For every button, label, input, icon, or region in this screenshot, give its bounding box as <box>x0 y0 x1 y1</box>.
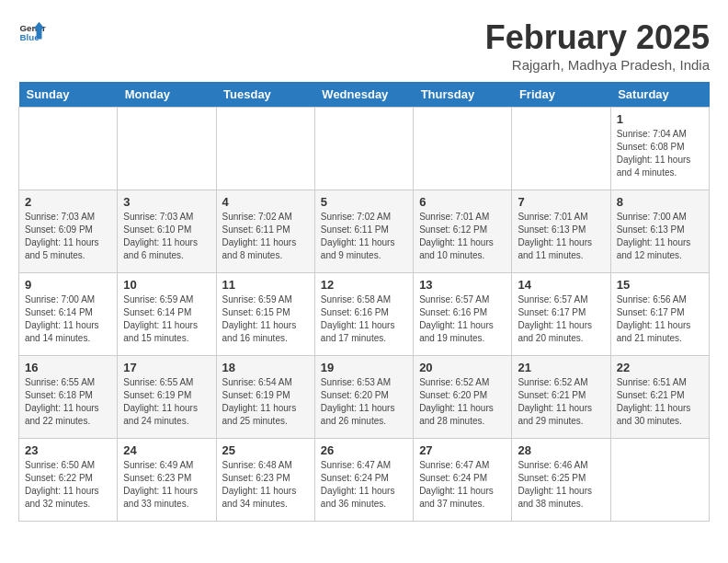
day-info: Sunrise: 6:55 AM Sunset: 6:18 PM Dayligh… <box>25 376 111 428</box>
day-info: Sunrise: 6:59 AM Sunset: 6:14 PM Dayligh… <box>123 293 210 345</box>
calendar-cell <box>512 108 610 190</box>
day-info: Sunrise: 6:54 AM Sunset: 6:19 PM Dayligh… <box>222 376 309 428</box>
day-number: 4 <box>222 195 309 209</box>
day-header-saturday: Saturday <box>610 82 709 108</box>
day-number: 14 <box>518 278 604 292</box>
day-header-thursday: Thursday <box>414 82 512 108</box>
day-number: 15 <box>617 278 703 292</box>
day-number: 17 <box>123 361 210 374</box>
day-info: Sunrise: 6:52 AM Sunset: 6:20 PM Dayligh… <box>419 376 506 428</box>
day-info: Sunrise: 7:01 AM Sunset: 6:12 PM Dayligh… <box>419 211 506 262</box>
calendar-cell: 25Sunrise: 6:48 AM Sunset: 6:23 PM Dayli… <box>216 439 314 522</box>
day-info: Sunrise: 7:00 AM Sunset: 6:13 PM Dayligh… <box>617 211 703 262</box>
day-number: 25 <box>222 443 309 457</box>
calendar-cell <box>216 108 314 190</box>
calendar-cell: 8Sunrise: 7:00 AM Sunset: 6:13 PM Daylig… <box>610 190 709 273</box>
day-info: Sunrise: 7:03 AM Sunset: 6:10 PM Dayligh… <box>123 211 210 262</box>
calendar-table: SundayMondayTuesdayWednesdayThursdayFrid… <box>18 82 710 522</box>
day-number: 18 <box>222 361 309 374</box>
day-info: Sunrise: 7:01 AM Sunset: 6:13 PM Dayligh… <box>518 211 604 262</box>
day-number: 13 <box>419 278 506 292</box>
day-number: 19 <box>321 361 407 374</box>
month-title: February 2025 <box>485 18 710 57</box>
day-number: 5 <box>321 195 407 209</box>
day-info: Sunrise: 7:03 AM Sunset: 6:09 PM Dayligh… <box>25 211 111 262</box>
calendar-cell: 4Sunrise: 7:02 AM Sunset: 6:11 PM Daylig… <box>216 190 314 273</box>
calendar-cell: 22Sunrise: 6:51 AM Sunset: 6:21 PM Dayli… <box>610 356 709 439</box>
day-info: Sunrise: 6:59 AM Sunset: 6:15 PM Dayligh… <box>222 293 309 345</box>
calendar-cell: 6Sunrise: 7:01 AM Sunset: 6:12 PM Daylig… <box>414 190 512 273</box>
day-info: Sunrise: 6:49 AM Sunset: 6:23 PM Dayligh… <box>123 459 210 511</box>
day-number: 9 <box>25 278 111 292</box>
day-info: Sunrise: 6:55 AM Sunset: 6:19 PM Dayligh… <box>123 376 210 428</box>
day-number: 7 <box>518 195 604 209</box>
calendar-cell: 21Sunrise: 6:52 AM Sunset: 6:21 PM Dayli… <box>512 356 610 439</box>
day-header-monday: Monday <box>118 82 216 108</box>
calendar-cell <box>19 108 118 190</box>
day-info: Sunrise: 6:56 AM Sunset: 6:17 PM Dayligh… <box>617 293 703 345</box>
day-info: Sunrise: 6:50 AM Sunset: 6:22 PM Dayligh… <box>25 459 111 511</box>
day-number: 16 <box>25 361 111 374</box>
day-info: Sunrise: 6:47 AM Sunset: 6:24 PM Dayligh… <box>419 459 506 511</box>
week-row-2: 9Sunrise: 7:00 AM Sunset: 6:14 PM Daylig… <box>19 273 710 356</box>
day-number: 10 <box>123 278 210 292</box>
day-number: 8 <box>617 195 703 209</box>
day-info: Sunrise: 6:51 AM Sunset: 6:21 PM Dayligh… <box>617 376 703 428</box>
day-info: Sunrise: 6:48 AM Sunset: 6:23 PM Dayligh… <box>222 459 309 511</box>
day-info: Sunrise: 6:53 AM Sunset: 6:20 PM Dayligh… <box>321 376 407 428</box>
calendar-cell: 20Sunrise: 6:52 AM Sunset: 6:20 PM Dayli… <box>414 356 512 439</box>
header-row: SundayMondayTuesdayWednesdayThursdayFrid… <box>19 82 710 108</box>
header: General Blue February 2025 Rajgarh, Madh… <box>18 18 710 73</box>
calendar-cell: 14Sunrise: 6:57 AM Sunset: 6:17 PM Dayli… <box>512 273 610 356</box>
day-number: 6 <box>419 195 506 209</box>
calendar-cell: 2Sunrise: 7:03 AM Sunset: 6:09 PM Daylig… <box>19 190 118 273</box>
day-number: 23 <box>25 443 111 457</box>
calendar-cell: 26Sunrise: 6:47 AM Sunset: 6:24 PM Dayli… <box>314 439 413 522</box>
calendar-cell: 24Sunrise: 6:49 AM Sunset: 6:23 PM Dayli… <box>118 439 216 522</box>
calendar-cell <box>414 108 512 190</box>
calendar-cell <box>610 439 709 522</box>
day-info: Sunrise: 7:04 AM Sunset: 6:08 PM Dayligh… <box>617 128 703 179</box>
day-info: Sunrise: 7:02 AM Sunset: 6:11 PM Dayligh… <box>222 211 309 262</box>
calendar-cell <box>118 108 216 190</box>
week-row-0: 1Sunrise: 7:04 AM Sunset: 6:08 PM Daylig… <box>19 108 710 190</box>
calendar-cell: 27Sunrise: 6:47 AM Sunset: 6:24 PM Dayli… <box>414 439 512 522</box>
day-info: Sunrise: 7:00 AM Sunset: 6:14 PM Dayligh… <box>25 293 111 345</box>
calendar-cell: 7Sunrise: 7:01 AM Sunset: 6:13 PM Daylig… <box>512 190 610 273</box>
calendar-cell: 23Sunrise: 6:50 AM Sunset: 6:22 PM Dayli… <box>19 439 118 522</box>
day-info: Sunrise: 6:57 AM Sunset: 6:17 PM Dayligh… <box>518 293 604 345</box>
day-header-sunday: Sunday <box>19 82 118 108</box>
day-info: Sunrise: 6:52 AM Sunset: 6:21 PM Dayligh… <box>518 376 604 428</box>
day-number: 24 <box>123 443 210 457</box>
calendar-cell: 28Sunrise: 6:46 AM Sunset: 6:25 PM Dayli… <box>512 439 610 522</box>
calendar-cell: 16Sunrise: 6:55 AM Sunset: 6:18 PM Dayli… <box>19 356 118 439</box>
day-number: 11 <box>222 278 309 292</box>
calendar-cell: 1Sunrise: 7:04 AM Sunset: 6:08 PM Daylig… <box>610 108 709 190</box>
calendar-cell: 10Sunrise: 6:59 AM Sunset: 6:14 PM Dayli… <box>118 273 216 356</box>
day-number: 2 <box>25 195 111 209</box>
day-number: 27 <box>419 443 506 457</box>
week-row-4: 23Sunrise: 6:50 AM Sunset: 6:22 PM Dayli… <box>19 439 710 522</box>
calendar-cell: 9Sunrise: 7:00 AM Sunset: 6:14 PM Daylig… <box>19 273 118 356</box>
day-number: 28 <box>518 443 604 457</box>
day-number: 20 <box>419 361 506 374</box>
day-number: 1 <box>617 112 703 126</box>
calendar-cell: 19Sunrise: 6:53 AM Sunset: 6:20 PM Dayli… <box>314 356 413 439</box>
calendar-cell: 17Sunrise: 6:55 AM Sunset: 6:19 PM Dayli… <box>118 356 216 439</box>
title-area: February 2025 Rajgarh, Madhya Pradesh, I… <box>485 18 710 73</box>
logo-icon: General Blue <box>18 18 46 46</box>
day-number: 3 <box>123 195 210 209</box>
calendar-cell: 15Sunrise: 6:56 AM Sunset: 6:17 PM Dayli… <box>610 273 709 356</box>
day-info: Sunrise: 6:58 AM Sunset: 6:16 PM Dayligh… <box>321 293 407 345</box>
week-row-3: 16Sunrise: 6:55 AM Sunset: 6:18 PM Dayli… <box>19 356 710 439</box>
day-number: 22 <box>617 361 703 374</box>
day-header-wednesday: Wednesday <box>314 82 413 108</box>
day-number: 12 <box>321 278 407 292</box>
day-number: 21 <box>518 361 604 374</box>
calendar-cell: 12Sunrise: 6:58 AM Sunset: 6:16 PM Dayli… <box>314 273 413 356</box>
calendar-cell <box>314 108 413 190</box>
day-header-friday: Friday <box>512 82 610 108</box>
day-info: Sunrise: 6:47 AM Sunset: 6:24 PM Dayligh… <box>321 459 407 511</box>
day-info: Sunrise: 6:46 AM Sunset: 6:25 PM Dayligh… <box>518 459 604 511</box>
logo: General Blue <box>18 18 46 46</box>
